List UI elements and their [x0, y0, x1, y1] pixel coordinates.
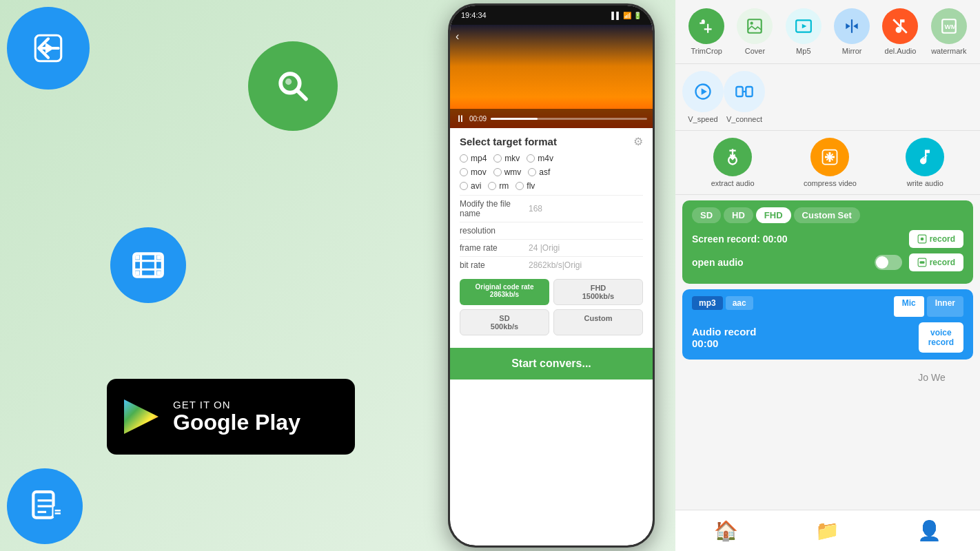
mirror-label: Mirror [842, 47, 862, 55]
status-icons: ▌▌ 📶 🔋 [611, 12, 642, 19]
tool-mirror[interactable]: Mirror [834, 8, 870, 55]
frame-rate-row: frame rate 24 |Origi [460, 239, 643, 256]
format-m4v[interactable]: m4v [527, 154, 553, 163]
svg-marker-25 [802, 24, 807, 29]
audio-record-section: mp3 aac Mic Inner Audio record 00:00 voi… [682, 289, 973, 360]
tab-mp3[interactable]: mp3 [692, 296, 723, 310]
bit-rate-label: bit rate [460, 260, 529, 270]
toggle-knob [876, 256, 888, 269]
svg-rect-22 [748, 19, 762, 33]
svg-text:WM: WM [944, 23, 956, 30]
screen-record-btn2[interactable]: record [909, 253, 963, 271]
tab-sd[interactable]: SD [692, 207, 721, 223]
format-flv[interactable]: flv [515, 181, 535, 191]
quality-tabs: SD HD FHD Custom Set [692, 207, 963, 223]
get-it-on-label: GET IT ON [173, 399, 300, 410]
watermark-icon: WM [931, 8, 967, 44]
file-name-label: Modify the file name [460, 199, 529, 218]
tab-aac[interactable]: aac [726, 296, 753, 310]
google-play-badge[interactable]: GET IT ON Google Play [107, 379, 355, 455]
tool-del-audio[interactable]: del.Audio [882, 8, 918, 55]
resolution-label: resolution [460, 226, 529, 236]
video-preview: ‹ ⏸ 00:09 [450, 25, 653, 128]
tab-mic[interactable]: Mic [894, 296, 924, 317]
format-asf[interactable]: asf [528, 167, 550, 177]
video-controls: ⏸ 00:09 [450, 109, 653, 128]
v-connect-icon [724, 71, 765, 112]
left-section: GET IT ON Google Play [0, 0, 427, 551]
search-circle-icon[interactable] [248, 41, 338, 131]
del-audio-label: del.Audio [885, 47, 917, 55]
nav-home[interactable]: 🏠 [714, 519, 738, 542]
nav-folder[interactable]: 📁 [815, 519, 839, 542]
pause-icon[interactable]: ⏸ [456, 113, 465, 124]
screen-record-row2: open audio record [692, 253, 963, 271]
screen-record-row1: Screen record: 00:00 record [692, 230, 963, 248]
bit-rate-row: bit rate 2862kb/s|Origi [460, 256, 643, 273]
svg-marker-21 [124, 399, 159, 434]
voice-record-button[interactable]: voicerecord [919, 322, 963, 353]
nav-person[interactable]: 👤 [917, 519, 941, 542]
svg-rect-11 [157, 255, 161, 259]
trim-crop-label: TrimCrop [691, 47, 722, 55]
tab-inner[interactable]: Inner [927, 296, 963, 317]
tab-custom-set[interactable]: Custom Set [794, 207, 860, 223]
play-circle-icon[interactable] [7, 7, 90, 90]
format-wmv[interactable]: wmv [493, 167, 522, 177]
action-write-audio[interactable]: write audio [906, 138, 944, 187]
svg-rect-34 [736, 87, 742, 96]
mp5-label: Mp5 [796, 47, 810, 55]
compress-video-icon [810, 138, 849, 176]
format-mov[interactable]: mov [460, 167, 487, 177]
doc-circle-icon[interactable] [7, 468, 83, 544]
tool-watermark[interactable]: WM watermark [931, 8, 967, 55]
action-extract-audio[interactable]: extract audio [711, 138, 755, 187]
tab-fhd[interactable]: FHD [756, 207, 791, 223]
del-audio-icon [882, 8, 918, 44]
bit-rate-value: 2862kb/s|Origi [529, 260, 582, 270]
svg-marker-27 [846, 23, 850, 30]
tool-v-connect[interactable]: V_connect [724, 71, 765, 123]
video-progress-bar[interactable] [491, 118, 647, 120]
back-arrow-icon[interactable]: ‹ [456, 30, 459, 43]
format-row-2: mov wmv asf [460, 167, 643, 177]
svg-rect-14 [33, 492, 53, 518]
panel-close-icon[interactable]: ⚙ [633, 135, 643, 148]
open-audio-toggle[interactable] [875, 255, 902, 270]
trim-crop-icon [688, 8, 724, 44]
person-label: Jo We [918, 372, 945, 383]
person-area: Jo We [897, 372, 966, 420]
phone-frame: 19:4:34 ▌▌ 📶 🔋 ‹ ⏸ 00:09 Select target f… [448, 3, 655, 548]
tool-v-speed[interactable]: V_speed [682, 71, 724, 123]
mp5-icon [786, 8, 821, 44]
google-play-label: Google Play [173, 410, 300, 435]
svg-rect-13 [157, 271, 161, 275]
format-mp4[interactable]: mp4 [460, 154, 487, 163]
panel-title: Select target format [460, 136, 557, 147]
second-toolbar: V_speed V_connect [675, 64, 980, 131]
cover-label: Cover [745, 47, 765, 55]
start-convert-button[interactable]: Start convers... [450, 348, 653, 380]
bitrate-fhd[interactable]: FHD1500kb/s [553, 279, 643, 305]
format-mkv[interactable]: mkv [493, 154, 520, 163]
screen-record-btn1[interactable]: record [909, 230, 963, 248]
format-avi[interactable]: avi [460, 181, 481, 191]
screen-record-time: 00:00 [763, 233, 788, 245]
svg-rect-18 [54, 506, 63, 518]
bitrate-custom[interactable]: Custom [553, 309, 643, 335]
google-play-logo [121, 396, 162, 437]
format-rm[interactable]: rm [488, 181, 509, 191]
bitrate-sd[interactable]: SD500kb/s [460, 309, 549, 335]
tool-trim-crop[interactable]: TrimCrop [688, 8, 724, 55]
tool-cover[interactable]: Cover [737, 8, 773, 55]
film-circle-icon[interactable] [110, 227, 186, 303]
action-compress-video[interactable]: compress video [804, 138, 857, 187]
tool-mp5[interactable]: Mp5 [786, 8, 821, 55]
open-audio-label: open audio [692, 257, 744, 268]
watermark-label: watermark [931, 47, 966, 55]
top-toolbar: TrimCrop Cover Mp5 [675, 0, 980, 64]
google-play-text: GET IT ON Google Play [173, 399, 300, 435]
tab-hd[interactable]: HD [724, 207, 753, 223]
bitrate-original[interactable]: Original code rate2863kb/s [460, 279, 549, 305]
v-connect-label: V_connect [726, 115, 762, 123]
